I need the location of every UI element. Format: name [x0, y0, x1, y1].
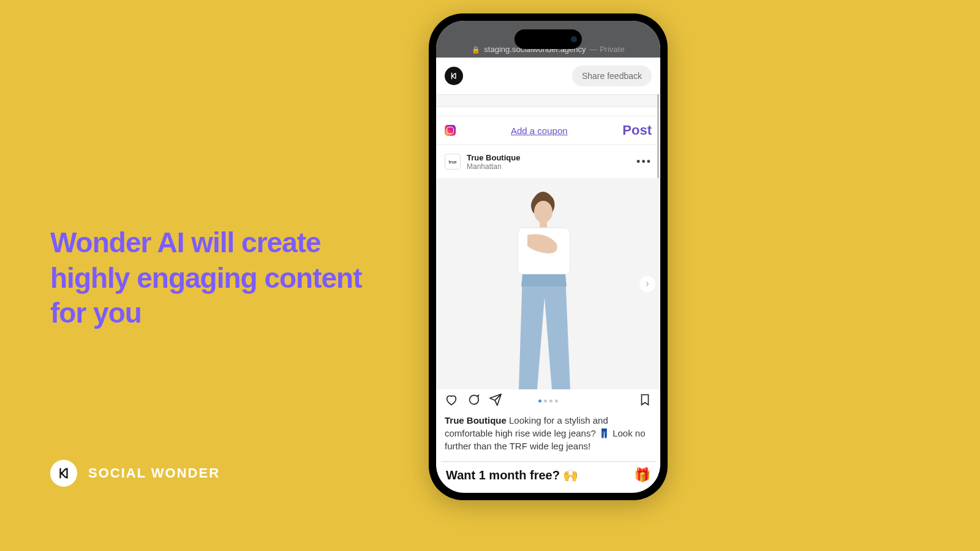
promo-text: Want 1 month free? 🙌: [446, 468, 578, 482]
brand-wordmark: SOCIAL WONDER: [88, 465, 220, 481]
bookmark-icon[interactable]: [638, 393, 652, 409]
svg-point-0: [534, 201, 552, 223]
svg-rect-1: [540, 221, 547, 228]
carousel-dots: [538, 400, 558, 403]
headline: Wonder AI will create highly engaging co…: [50, 225, 393, 331]
footer-brand: SOCIAL WONDER: [50, 460, 220, 487]
phone-screen: 🔒 staging.socialwonder.agency — Private …: [436, 21, 660, 493]
like-icon[interactable]: [445, 393, 458, 409]
lock-icon: 🔒: [472, 46, 480, 54]
add-coupon-link[interactable]: Add a coupon: [511, 126, 568, 136]
app-header: Share feedback: [436, 58, 660, 94]
post-header: true True Boutique Manhattan •••: [436, 145, 660, 178]
instagram-icon: [445, 125, 456, 136]
coupon-row: Add a coupon Post: [436, 116, 660, 145]
comment-icon[interactable]: [467, 393, 480, 409]
post-avatar[interactable]: true: [445, 154, 461, 170]
phone-frame: 🔒 staging.socialwonder.agency — Private …: [429, 13, 668, 500]
post-actions: [436, 389, 660, 413]
post-caption: True Boutique Looking for a stylish and …: [436, 413, 660, 459]
post-more-icon[interactable]: •••: [636, 156, 652, 168]
carousel-next-button[interactable]: [639, 276, 655, 292]
brand-logo-icon: [50, 460, 77, 487]
promo-banner[interactable]: Want 1 month free? 🙌 🎁: [441, 461, 655, 483]
post-label[interactable]: Post: [622, 122, 652, 138]
gift-icon: 🎁: [634, 467, 650, 483]
post-image[interactable]: [436, 178, 660, 389]
app-logo-icon[interactable]: [445, 67, 463, 85]
spacer: [436, 95, 660, 107]
share-icon[interactable]: [489, 393, 502, 409]
browser-private-label: — Private: [590, 45, 625, 54]
post-location[interactable]: Manhattan: [467, 162, 520, 171]
model-illustration: [497, 187, 589, 389]
dynamic-island: [514, 29, 582, 49]
share-feedback-button[interactable]: Share feedback: [572, 66, 652, 86]
spacer: [436, 107, 660, 116]
post-account-name[interactable]: True Boutique: [467, 153, 520, 162]
caption-username[interactable]: True Boutique: [445, 415, 507, 425]
